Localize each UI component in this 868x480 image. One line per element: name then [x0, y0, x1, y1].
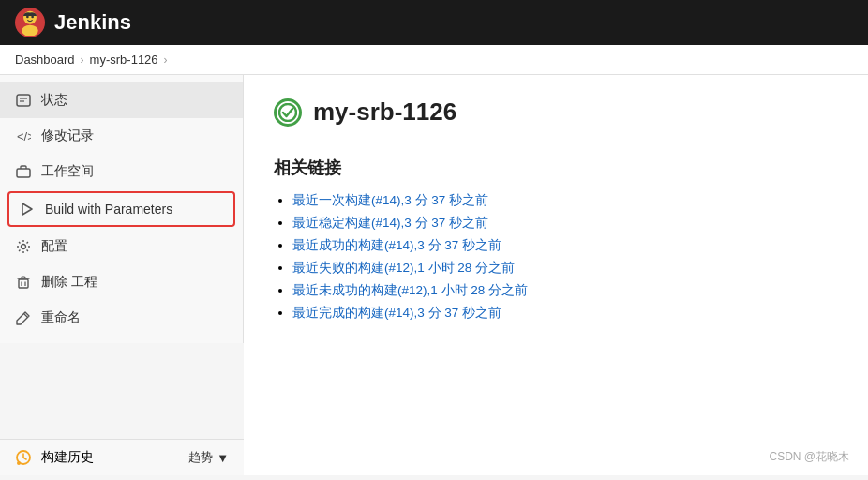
build-history-label: 构建历史 — [41, 449, 94, 466]
sidebar-label-workspace: 工作空间 — [41, 163, 94, 180]
list-item: 最近成功的构建(#14),3 分 37 秒之前 — [292, 237, 838, 254]
link-3[interactable]: 最近成功的构建(#14),3 分 37 秒之前 — [292, 238, 501, 252]
svg-point-1 — [22, 25, 38, 36]
sidebar-label-status: 状态 — [41, 92, 67, 109]
sidebar-item-configure[interactable]: 配置 — [0, 229, 243, 264]
chevron-down-icon: ▼ — [217, 451, 229, 465]
svg-rect-11 — [19, 279, 28, 288]
list-item: 最近一次构建(#14),3 分 37 秒之前 — [292, 192, 838, 209]
main-layout: 状态 </> 修改记录 工作空间 Build w — [0, 75, 868, 475]
svg-rect-8 — [17, 169, 30, 177]
svg-point-18 — [279, 104, 296, 121]
svg-point-10 — [22, 245, 26, 249]
svg-rect-4 — [17, 95, 30, 106]
sidebar-footer: 构建历史 趋势 ▼ — [0, 439, 244, 475]
sidebar-item-build-with-parameters[interactable]: Build with Parameters — [7, 191, 235, 227]
page-title-row: my-srb-1126 — [274, 98, 838, 127]
svg-marker-9 — [22, 203, 32, 215]
sidebar-wrapper: 状态 </> 修改记录 工作空间 Build w — [0, 75, 244, 475]
sidebar-label-rename: 重命名 — [41, 309, 81, 326]
build-sidebar-icon — [19, 201, 36, 218]
sidebar-item-rename[interactable]: 重命名 — [0, 300, 243, 336]
link-1[interactable]: 最近一次构建(#14),3 分 37 秒之前 — [292, 193, 488, 207]
trend-button[interactable]: 趋势 ▼ — [188, 449, 229, 466]
breadcrumb-project[interactable]: my-srb-1126 — [90, 52, 158, 67]
configure-sidebar-icon — [15, 238, 32, 255]
list-item: 最近完成的构建(#14),3 分 37 秒之前 — [292, 305, 838, 322]
jenkins-title: Jenkins — [54, 10, 131, 35]
breadcrumb-sep-1: › — [81, 53, 84, 67]
svg-point-17 — [17, 461, 21, 465]
sidebar-item-status[interactable]: 状态 — [0, 82, 243, 118]
sidebar-item-delete[interactable]: 删除 工程 — [0, 264, 243, 300]
sidebar: 状态 </> 修改记录 工作空间 Build w — [0, 75, 244, 343]
link-5[interactable]: 最近未成功的构建(#12),1 小时 28 分之前 — [292, 283, 528, 297]
related-links-section: 相关链接 最近一次构建(#14),3 分 37 秒之前 最近稳定构建(#14),… — [274, 157, 838, 322]
breadcrumb-sep-2: › — [164, 53, 168, 67]
related-links-title: 相关链接 — [274, 157, 838, 179]
link-4[interactable]: 最近失败的构建(#12),1 小时 28 分之前 — [292, 261, 515, 275]
header: Jenkins — [0, 0, 868, 45]
status-sidebar-icon — [15, 92, 32, 109]
sidebar-label-configure: 配置 — [41, 238, 67, 255]
changes-sidebar-icon: </> — [15, 128, 32, 144]
sidebar-footer-left: 构建历史 — [15, 449, 94, 466]
links-list: 最近一次构建(#14),3 分 37 秒之前 最近稳定构建(#14),3 分 3… — [274, 192, 838, 322]
link-2[interactable]: 最近稳定构建(#14),3 分 37 秒之前 — [292, 216, 488, 230]
sidebar-label-delete: 删除 工程 — [41, 274, 97, 291]
sidebar-item-workspace[interactable]: 工作空间 — [0, 154, 243, 189]
list-item: 最近失败的构建(#12),1 小时 28 分之前 — [292, 260, 838, 277]
list-item: 最近稳定构建(#14),3 分 37 秒之前 — [292, 215, 838, 232]
project-status-icon — [274, 98, 302, 127]
workspace-sidebar-icon — [15, 163, 32, 180]
build-history-icon — [15, 449, 32, 466]
svg-text:</>: </> — [17, 129, 31, 143]
delete-sidebar-icon — [15, 274, 32, 291]
trend-label: 趋势 — [188, 449, 213, 466]
sidebar-item-changes[interactable]: </> 修改记录 — [0, 118, 243, 154]
watermark: CSDN @花晓木 — [769, 449, 849, 465]
breadcrumb: Dashboard › my-srb-1126 › — [0, 45, 868, 75]
sidebar-label-changes: 修改记录 — [41, 128, 94, 144]
link-6[interactable]: 最近完成的构建(#14),3 分 37 秒之前 — [292, 306, 501, 320]
rename-sidebar-icon — [15, 309, 32, 326]
jenkins-logo — [15, 8, 45, 38]
list-item: 最近未成功的构建(#12),1 小时 28 分之前 — [292, 282, 838, 299]
content-area: my-srb-1126 相关链接 最近一次构建(#14),3 分 37 秒之前 … — [244, 75, 868, 475]
page-title: my-srb-1126 — [313, 98, 456, 127]
sidebar-label-build-with-parameters: Build with Parameters — [45, 202, 172, 217]
breadcrumb-dashboard[interactable]: Dashboard — [15, 52, 75, 67]
